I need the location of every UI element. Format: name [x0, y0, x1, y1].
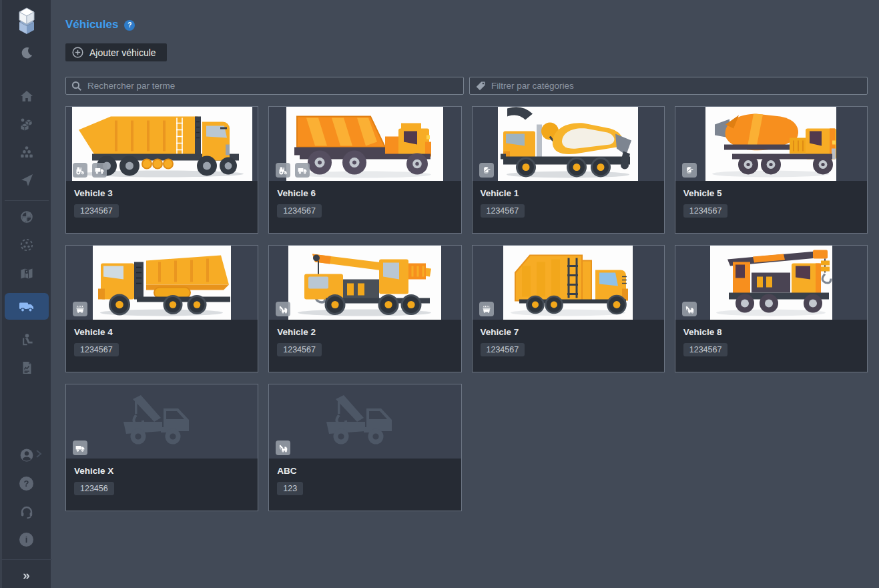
vehicle-title: Vehicle X [74, 466, 250, 476]
sidebar-item-groups[interactable] [5, 144, 49, 160]
category-badges [479, 163, 494, 178]
vehicle-card[interactable]: ABC 123 [268, 384, 461, 511]
vehicle-info: Vehicle 2 1234567 [269, 320, 461, 364]
category-badges [276, 302, 290, 316]
vehicle-info: Vehicle X 123456 [66, 459, 258, 503]
vehicle-image-dump-truck [93, 246, 231, 320]
vehicle-info: Vehicle 3 1234567 [66, 181, 258, 225]
sidebar-item-drivers[interactable] [5, 332, 49, 348]
category-badge-mixer-icon [682, 163, 697, 178]
sidebar-item-map[interactable] [5, 265, 49, 281]
vehicle-card[interactable]: Vehicle 8 1234567 [675, 245, 868, 372]
vehicle-card[interactable]: Vehicle 7 1234567 [472, 245, 665, 372]
vehicle-image-dump-truck [286, 107, 443, 181]
cubes-icon [19, 117, 35, 131]
tag-icon [475, 81, 486, 91]
app-logo-cube-stack-icon[interactable] [13, 7, 41, 36]
driver-seated-icon [19, 332, 34, 347]
vehicle-info: Vehicle 6 1234567 [269, 181, 461, 225]
help-circle-icon: ? [19, 477, 33, 491]
vehicle-grid: Vehicle 3 1234567 [65, 106, 868, 511]
vehicle-image-area [66, 107, 258, 181]
vehicle-image-area [269, 107, 461, 181]
category-badge-tow-crane-icon [276, 440, 290, 455]
sidebar-item-zones[interactable] [5, 237, 49, 253]
vehicle-image-area [675, 107, 867, 181]
vehicle-plate: 1234567 [277, 204, 322, 218]
vehicle-title: Vehicle 1 [481, 188, 656, 198]
vehicle-card[interactable]: Vehicle 1 1234567 [472, 106, 665, 234]
vehicle-plate: 1234567 [683, 204, 728, 218]
vehicle-card[interactable]: Vehicle 3 1234567 [65, 106, 258, 234]
filter-row [65, 77, 868, 95]
vehicle-image-area [66, 246, 258, 320]
vehicle-plate: 1234567 [277, 343, 322, 356]
sidebar-item-tracking[interactable] [5, 172, 49, 188]
sidebar-item-network[interactable] [5, 209, 49, 225]
vehicle-info: Vehicle 1 1234567 [473, 181, 664, 225]
main-content: Véhicules ? Ajouter véhicule [51, 0, 879, 511]
sidebar-item-reports[interactable] [5, 360, 49, 376]
sidebar-item-about[interactable]: i [5, 531, 49, 547]
sidebar: ? i » [0, 0, 51, 588]
vehicle-card[interactable]: Vehicle 2 1234567 [268, 245, 461, 372]
category-badge-tow-crane-icon [276, 302, 290, 316]
report-document-icon [19, 360, 34, 375]
category-badge-dumpster-icon [73, 302, 87, 316]
category-badge-tractor-icon [73, 163, 87, 178]
category-badge-dumpster-icon [479, 302, 494, 316]
category-badges [73, 440, 87, 455]
sidebar-expand-button[interactable]: » [23, 565, 30, 588]
category-badge-truck-icon [92, 163, 107, 178]
sidebar-nav-mid [5, 209, 49, 376]
vehicle-card[interactable]: Vehicle 4 1234567 [65, 245, 258, 372]
sidebar-nav-top [5, 88, 49, 188]
category-filter-wrap [469, 77, 868, 95]
vehicle-image-area [473, 246, 664, 320]
sidebar-item-help[interactable]: ? [5, 475, 49, 491]
category-badge-truck-icon [73, 440, 87, 455]
sidebar-item-account[interactable] [5, 447, 49, 463]
sidebar-item-home[interactable] [5, 88, 49, 104]
category-badges [682, 163, 697, 178]
vehicle-card[interactable]: Vehicle 5 1234567 [675, 106, 868, 234]
vehicle-info: Vehicle 5 1234567 [675, 181, 867, 225]
vehicle-plate: 1234567 [74, 204, 119, 218]
category-badge-tractor-icon [276, 163, 290, 178]
map-icon [19, 266, 34, 280]
vehicle-card[interactable]: Vehicle 6 1234567 [268, 106, 461, 234]
vehicle-card[interactable]: Vehicle X 123456 [65, 384, 258, 511]
vehicle-image-garbage-truck [503, 246, 633, 320]
vehicle-plate: 123456 [74, 482, 114, 495]
user-circle-icon [19, 448, 34, 463]
info-circle-icon: i [19, 533, 33, 547]
vehicle-placeholder-truck-icon [109, 390, 216, 454]
sidebar-nav-bottom: ? i [5, 447, 49, 547]
category-badges [682, 302, 697, 316]
category-badge-mixer-icon [479, 163, 494, 178]
dark-mode-moon-icon[interactable] [17, 44, 37, 61]
sidebar-item-vehicles[interactable] [5, 293, 49, 320]
sidebar-item-assets[interactable] [5, 116, 49, 132]
category-badges [73, 302, 87, 316]
page-help-icon[interactable]: ? [124, 20, 135, 31]
vehicle-image-area [269, 246, 461, 320]
category-badge-truck-icon [295, 163, 310, 178]
vehicle-title: ABC [277, 466, 453, 476]
search-input[interactable] [65, 77, 464, 95]
vehicle-plate: 1234567 [683, 343, 728, 356]
vehicle-info: Vehicle 4 1234567 [66, 320, 258, 364]
vehicle-placeholder-truck-icon [312, 390, 418, 454]
category-badges [276, 440, 290, 455]
sidebar-divider [5, 200, 49, 201]
sidebar-item-support[interactable] [5, 503, 49, 519]
add-vehicle-button[interactable]: Ajouter véhicule [65, 43, 167, 61]
user-submenu-chevron-icon [35, 450, 42, 458]
category-badge-tow-crane-icon [682, 302, 697, 316]
plus-circle-icon [72, 47, 83, 58]
add-vehicle-label: Ajouter véhicule [89, 47, 156, 58]
vehicle-title: Vehicle 8 [683, 327, 859, 337]
category-filter-input[interactable] [469, 77, 868, 95]
search-input-wrap [65, 77, 464, 95]
vehicle-plate: 1234567 [74, 343, 119, 356]
